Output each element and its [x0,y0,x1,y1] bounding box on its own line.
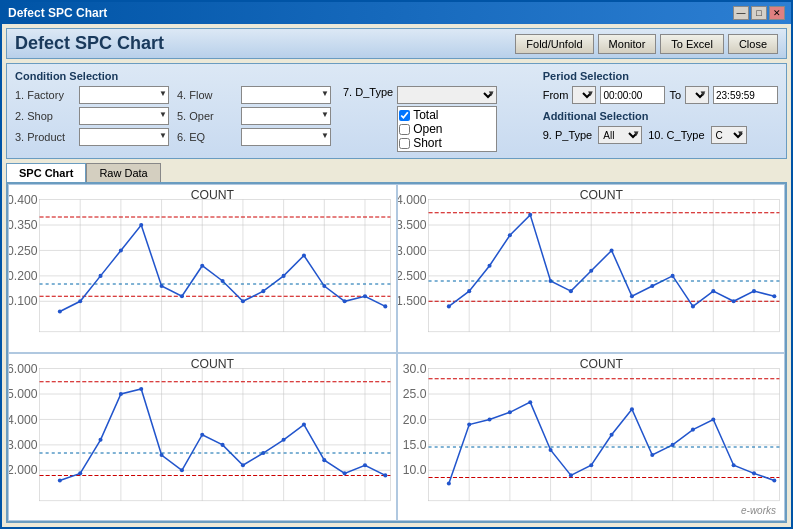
open-checkbox-row[interactable]: Open [399,122,495,136]
p-type-select[interactable]: All [598,126,642,144]
open-checkbox[interactable] [399,124,410,135]
to-label: To [669,89,681,101]
oper-select-wrapper: ▼ [241,107,331,125]
flow-row: 4. Flow ▼ [177,86,331,104]
spacer [505,70,535,152]
maximize-button[interactable]: □ [751,6,767,20]
condition-title: Condition Selection [15,70,331,82]
svg-text:2.000: 2.000 [9,463,38,477]
svg-text:1.500: 1.500 [398,294,427,308]
c-type-select[interactable]: C [711,126,747,144]
svg-text:2.500: 2.500 [398,269,427,283]
svg-point-62 [487,264,491,268]
svg-point-102 [119,391,123,395]
eq-select[interactable] [241,128,331,146]
from-calendar-select[interactable] [572,86,596,104]
svg-point-61 [467,289,471,293]
oper-label: 5. Oper [177,110,237,122]
product-label: 3. Product [15,131,75,143]
svg-point-105 [180,468,184,472]
svg-point-72 [690,304,694,308]
factory-select-wrapper: ▼ [79,86,169,104]
from-select-wrapper: ▼ [572,86,596,104]
filters-section: Condition Selection 1. Factory ▼ 4. Flow [6,63,787,159]
to-calendar-select[interactable] [685,86,709,104]
svg-point-154 [772,478,776,482]
svg-text:10.0: 10.0 [402,463,426,477]
svg-point-151 [711,417,715,421]
svg-point-99 [58,478,62,482]
product-select[interactable] [79,128,169,146]
from-time-input[interactable] [600,86,665,104]
svg-point-150 [690,427,694,431]
total-checkbox[interactable] [399,110,410,121]
total-checkbox-row[interactable]: Total [399,108,495,122]
shop-select[interactable] [79,107,169,125]
tab-spc-chart[interactable]: SPC Chart [6,163,86,182]
additional-section: Additional Selection 9. P_Type All ▼ 10.… [543,110,778,144]
svg-point-25 [139,223,143,227]
condition-selection: Condition Selection 1. Factory ▼ 4. Flow [15,70,331,152]
svg-text:5.000: 5.000 [9,387,38,401]
svg-point-29 [221,279,225,283]
svg-point-73 [711,289,715,293]
svg-point-34 [322,284,326,288]
svg-point-26 [160,284,164,288]
svg-point-66 [568,289,572,293]
svg-point-145 [589,463,593,467]
fold-unfold-button[interactable]: Fold/Unfold [515,34,593,54]
chart-svg-1: 0.400 0.350 0.250 0.200 0.100 COUNT [9,185,396,352]
period-title: Period Selection [543,70,778,82]
svg-point-148 [650,453,654,457]
flow-select[interactable] [241,86,331,104]
tab-raw-data[interactable]: Raw Data [86,163,160,182]
close-button[interactable]: ✕ [769,6,785,20]
chart-panel-2: 4.000 3.500 3.000 2.500 1.500 COUNT [397,184,786,353]
svg-point-152 [731,463,735,467]
svg-point-146 [609,432,613,436]
svg-rect-0 [40,200,391,332]
svg-point-69 [629,294,633,298]
chart-panel-1: 0.400 0.350 0.250 0.200 0.100 COUNT [8,184,397,353]
svg-text:4.000: 4.000 [9,412,38,426]
app-title: Defect SPC Chart [15,33,164,54]
svg-point-37 [383,304,387,308]
svg-point-149 [670,442,674,446]
to-time-input[interactable] [713,86,778,104]
window-title: Defect SPC Chart [8,6,107,20]
svg-rect-39 [428,200,779,332]
to-excel-button[interactable]: To Excel [660,34,724,54]
dtype-select[interactable] [397,86,497,104]
oper-select[interactable] [241,107,331,125]
svg-rect-78 [40,368,391,500]
svg-point-74 [731,299,735,303]
right-filters: Period Selection From ▼ To ▼ [543,70,778,152]
chart-svg-4: 30.0 25.0 20.0 15.0 10.0 COUNT [398,354,785,521]
tab-bar: SPC Chart Raw Data [6,163,787,182]
short-checkbox-row[interactable]: Short [399,136,495,150]
chart-container: 0.400 0.350 0.250 0.200 0.100 COUNT [6,182,787,523]
svg-point-31 [261,289,265,293]
svg-point-101 [99,437,103,441]
monitor-button[interactable]: Monitor [598,34,657,54]
svg-point-141 [507,410,511,414]
svg-point-68 [609,248,613,252]
svg-text:0.250: 0.250 [9,244,38,258]
header-buttons: Fold/Unfold Monitor To Excel Close [515,34,778,54]
factory-select[interactable] [79,86,169,104]
svg-text:0.100: 0.100 [9,294,38,308]
to-select-wrapper: ▼ [685,86,709,104]
from-label: From [543,89,569,101]
minimize-button[interactable]: — [733,6,749,20]
chart-panel-3: 6.000 5.000 4.000 3.000 2.000 COUNT [8,353,397,522]
close-app-button[interactable]: Close [728,34,778,54]
svg-point-111 [302,422,306,426]
short-checkbox[interactable] [399,138,410,149]
svg-text:20.0: 20.0 [402,412,426,426]
p-type-label: 9. P_Type [543,129,593,141]
tabs-area: SPC Chart Raw Data [6,163,787,523]
svg-point-63 [507,233,511,237]
svg-text:3.000: 3.000 [9,437,38,451]
dtype-controls: ▼ Total Open [397,86,497,152]
svg-point-75 [751,289,755,293]
